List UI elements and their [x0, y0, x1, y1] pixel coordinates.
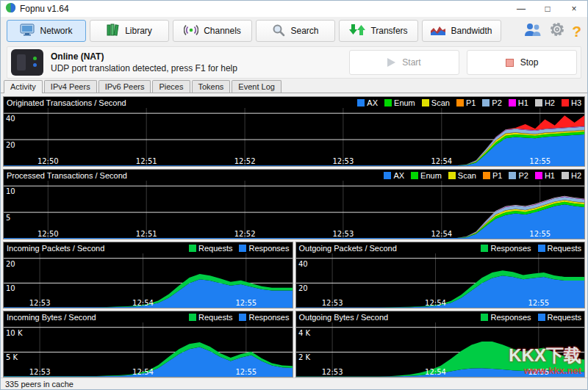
legend-swatch — [239, 245, 246, 252]
svg-text:12:55: 12:55 — [235, 368, 257, 376]
chart-title: Processed Transactions / Second — [7, 171, 127, 180]
legend-swatch — [448, 172, 456, 179]
chart-title: Originated Transactions / Second — [7, 98, 126, 107]
legend-swatch — [384, 172, 391, 179]
legend-key-p2: P2 — [509, 171, 528, 180]
close-button[interactable]: × — [561, 1, 587, 17]
start-stop-buttons: Start Stop — [349, 50, 577, 75]
chart-legend: ResponsesRequests — [481, 313, 581, 322]
channels-button[interactable]: Channels — [173, 20, 252, 42]
online-status: Online (NAT) — [51, 51, 237, 62]
chart-canvas: 204012:5312:5412:55 — [296, 253, 585, 308]
svg-text:12:53: 12:53 — [321, 368, 343, 376]
bandwidth-button-label: Bandwidth — [451, 26, 492, 36]
chart-title: Incoming Packets / Second — [7, 244, 104, 253]
search-button-label: Search — [290, 26, 318, 36]
chart-plot: 2 K4 K12:5312:5412:55 — [296, 322, 585, 377]
svg-text:40: 40 — [6, 115, 15, 123]
chart-header: Outgoing Bytes / Second ResponsesRequest… — [296, 311, 585, 322]
tab-ipv4-peers[interactable]: IPv4 Peers — [44, 80, 97, 93]
legend-key-p1: P1 — [456, 98, 476, 107]
legend-key-responses: Responses — [481, 313, 531, 322]
transfers-icon — [349, 24, 365, 38]
legend-key-responses: Responses — [481, 244, 531, 253]
chart-canvas: 5 K10 K12:5312:5412:55 — [4, 322, 293, 377]
search-icon — [272, 24, 285, 39]
chart-plot: 204012:5012:5112:5212:5312:5412:55 — [4, 108, 584, 166]
legend-key-scan: Scan — [422, 98, 450, 107]
svg-text:20: 20 — [298, 284, 308, 292]
users-icon[interactable] — [523, 22, 542, 40]
tab-event-log[interactable]: Event Log — [232, 80, 282, 93]
chart-processed-transactions: Processed Transactions / Second AXEnumSc… — [3, 169, 585, 239]
start-button[interactable]: Start — [349, 50, 459, 75]
svg-text:12:51: 12:51 — [136, 157, 157, 165]
chart-title: Incoming Bytes / Second — [7, 313, 96, 322]
library-button[interactable]: Library — [90, 20, 169, 42]
tab-activity[interactable]: Activity — [4, 80, 43, 93]
chart-legend: RequestsResponses — [189, 244, 290, 253]
main-toolbar: Network Library Channels Search Transfer… — [1, 17, 587, 45]
title-bar: Fopnu v1.64 — □ × — [1, 1, 587, 17]
svg-text:5: 5 — [6, 214, 10, 222]
legend-swatch — [189, 245, 196, 252]
legend-key-enum: Enum — [411, 171, 442, 180]
legend-key-h1: H1 — [509, 98, 528, 107]
svg-text:12:54: 12:54 — [132, 299, 154, 307]
charts-area: Originated Transactions / Second AXEnumS… — [3, 96, 585, 378]
chart-header: Originated Transactions / Second AXEnumS… — [4, 97, 584, 108]
svg-text:4 K: 4 K — [298, 329, 311, 337]
tab-pieces[interactable]: Pieces — [152, 80, 190, 93]
bandwidth-button[interactable]: Bandwidth — [422, 20, 501, 42]
legend-swatch — [239, 314, 246, 321]
legend-key-responses: Responses — [239, 313, 289, 322]
stop-icon — [506, 59, 514, 67]
svg-text:12:54: 12:54 — [431, 230, 452, 238]
minimize-button[interactable]: — — [508, 1, 534, 17]
legend-key-h2: H2 — [535, 98, 555, 107]
gear-icon[interactable] — [549, 21, 565, 40]
svg-text:12:55: 12:55 — [528, 368, 549, 376]
legend-swatch — [538, 314, 545, 321]
svg-text:12:54: 12:54 — [425, 299, 446, 307]
chart-plot: 51012:5012:5112:5212:5312:5412:55 — [4, 181, 584, 239]
view-tabs: Activity IPv4 Peers IPv6 Peers Pieces To… — [1, 80, 587, 93]
svg-text:2 K: 2 K — [298, 353, 311, 361]
help-icon[interactable]: ? — [572, 24, 581, 39]
network-button[interactable]: Network — [7, 20, 86, 42]
legend-key-requests: Requests — [189, 244, 232, 253]
transfers-button[interactable]: Transfers — [339, 20, 418, 42]
tab-tokens[interactable]: Tokens — [192, 80, 231, 93]
chart-outgoing-bytes: Outgoing Bytes / Second ResponsesRequest… — [295, 311, 586, 378]
bandwidth-icon — [431, 24, 445, 37]
legend-key-h3: H3 — [562, 98, 581, 107]
svg-text:12:54: 12:54 — [425, 368, 446, 376]
legend-swatch — [562, 172, 569, 179]
chart-plot: 204012:5312:5412:55 — [296, 253, 585, 308]
chart-header: Incoming Packets / Second RequestsRespon… — [4, 242, 293, 253]
chart-originated-transactions: Originated Transactions / Second AXEnumS… — [3, 96, 585, 167]
tab-ipv6-peers[interactable]: IPv6 Peers — [98, 80, 151, 93]
legend-swatch — [482, 99, 490, 106]
chart-canvas: 2 K4 K12:5312:5412:55 — [296, 322, 585, 377]
chart-canvas: 51012:5012:5112:5212:5312:5412:55 — [4, 181, 584, 239]
legend-swatch — [481, 314, 488, 321]
svg-text:12:53: 12:53 — [29, 299, 51, 307]
svg-text:12:50: 12:50 — [37, 157, 59, 165]
search-button[interactable]: Search — [256, 20, 335, 42]
chart-header: Incoming Bytes / Second RequestsResponse… — [4, 311, 293, 322]
svg-text:12:50: 12:50 — [37, 230, 59, 238]
maximize-button[interactable]: □ — [534, 1, 561, 17]
stop-button-label: Stop — [520, 57, 539, 68]
stop-button[interactable]: Stop — [467, 50, 577, 75]
legend-key-enum: Enum — [384, 98, 415, 107]
legend-swatch — [538, 245, 545, 252]
chart-plot: 102012:5312:5412:55 — [4, 253, 293, 308]
charts-row-bytes: Incoming Bytes / Second RequestsResponse… — [3, 311, 585, 378]
legend-swatch — [456, 99, 464, 106]
chart-legend: AXEnumScanP1P2H1H2 — [384, 171, 581, 180]
legend-swatch — [509, 99, 516, 106]
chart-outgoing-packets: Outgoing Packets / Second ResponsesReque… — [295, 242, 586, 308]
legend-swatch — [535, 172, 542, 179]
chart-incoming-packets: Incoming Packets / Second RequestsRespon… — [3, 242, 293, 308]
